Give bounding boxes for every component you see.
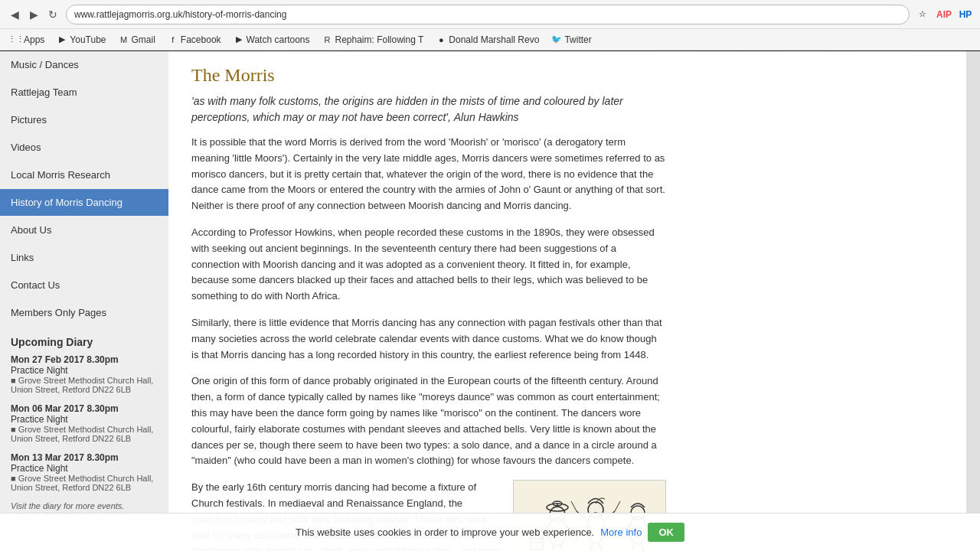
cookie-banner: This website uses cookies in order to im… bbox=[0, 513, 980, 551]
paragraph-4: One origin of this form of dance probabl… bbox=[191, 373, 666, 469]
diary-location-0: ■ Grove Street Methodist Church Hall, Un… bbox=[11, 376, 158, 394]
intro-quote: 'as with many folk customs, the origins … bbox=[191, 93, 666, 126]
bookmark-label-facebook: Facebook bbox=[181, 34, 221, 45]
bookmark-icon-twitter: 🐦 bbox=[551, 34, 562, 45]
scrollbar-area bbox=[966, 51, 980, 551]
bookmark-icon-youtube: ▶ bbox=[57, 34, 67, 45]
hp-button[interactable]: HP bbox=[957, 6, 974, 23]
refresh-button[interactable]: ↻ bbox=[44, 6, 61, 23]
diary-name-2: Practice Night bbox=[11, 463, 158, 474]
sidebar-item-links[interactable]: Links bbox=[0, 244, 168, 272]
sidebar-nav: Music / DancesRattlejag TeamPicturesVide… bbox=[0, 51, 168, 327]
bookmark-label-gmail: Gmail bbox=[132, 34, 155, 45]
bookmark-label-donald-marshall: Donald Marshall Revo bbox=[449, 34, 539, 45]
bookmark-icon-gmail: M bbox=[119, 34, 129, 45]
bookmark-icon-facebook: f bbox=[168, 34, 178, 45]
diary-more-text: Visit the diary for more events. bbox=[11, 501, 158, 510]
diary-event-1: Mon 06 Mar 2017 8.30pm Practice Night ■ … bbox=[11, 403, 158, 443]
sidebar-item-history-of-morris-dancing[interactable]: History of Morris Dancing bbox=[0, 189, 168, 217]
page-wrapper: Music / DancesRattlejag TeamPicturesVide… bbox=[0, 51, 980, 551]
paragraph-3: Similarly, there is little evidence that… bbox=[191, 315, 666, 363]
bookmark-apps[interactable]: ⋮⋮Apps bbox=[6, 33, 49, 47]
diary-date-0: Mon 27 Feb 2017 8.30pm bbox=[11, 354, 158, 365]
browser-chrome: ◀ ▶ ↻ www.rattlejagmorris.org.uk/history… bbox=[0, 0, 980, 51]
bookmark-watch-cartoons[interactable]: ▶Watch cartoons bbox=[229, 33, 315, 47]
paragraph-2: According to Professor Howkins, when peo… bbox=[191, 225, 666, 305]
cookie-text: This website uses cookies in order to im… bbox=[296, 527, 594, 538]
bookmark-label-watch-cartoons: Watch cartoons bbox=[247, 34, 310, 45]
diary-event-2: Mon 13 Mar 2017 8.30pm Practice Night ■ … bbox=[11, 452, 158, 492]
bookmark-youtube[interactable]: ▶YouTube bbox=[52, 33, 110, 47]
back-button[interactable]: ◀ bbox=[6, 6, 23, 23]
content-area[interactable]: The Morris 'as with many folk customs, t… bbox=[168, 51, 966, 551]
sidebar: Music / DancesRattlejag TeamPicturesVide… bbox=[0, 51, 168, 551]
bookmark-gmail[interactable]: MGmail bbox=[114, 33, 160, 47]
sidebar-item-rattlejag-team[interactable]: Rattlejag Team bbox=[0, 79, 168, 106]
bookmark-icon-rephaim: R bbox=[322, 34, 332, 45]
url-text: www.rattlejagmorris.org.uk/history-of-mo… bbox=[74, 9, 901, 20]
bookmark-rephaim[interactable]: RRephaim: Following T bbox=[317, 33, 428, 47]
page-title: The Morris bbox=[191, 51, 666, 93]
bookmarks-bar: ⋮⋮Apps▶YouTubeMGmailfFacebook▶Watch cart… bbox=[0, 29, 980, 51]
bookmark-label-apps: Apps bbox=[24, 34, 44, 45]
star-button[interactable]: ☆ bbox=[914, 6, 931, 23]
diary-location-2: ■ Grove Street Methodist Church Hall, Un… bbox=[11, 474, 158, 492]
bookmark-label-twitter: Twitter bbox=[564, 34, 591, 45]
bookmark-facebook[interactable]: fFacebook bbox=[163, 33, 226, 47]
address-bar[interactable]: www.rattlejagmorris.org.uk/history-of-mo… bbox=[66, 5, 910, 24]
diary-event-0: Mon 27 Feb 2017 8.30pm Practice Night ■ … bbox=[11, 354, 158, 394]
bookmark-label-youtube: YouTube bbox=[70, 34, 106, 45]
upcoming-diary: Upcoming Diary Mon 27 Feb 2017 8.30pm Pr… bbox=[0, 327, 168, 520]
diary-name-1: Practice Night bbox=[11, 414, 158, 425]
sidebar-item-members-only-pages[interactable]: Members Only Pages bbox=[0, 299, 168, 327]
browser-toolbar: ◀ ▶ ↻ www.rattlejagmorris.org.uk/history… bbox=[0, 0, 980, 29]
sidebar-item-pictures[interactable]: Pictures bbox=[0, 106, 168, 134]
paragraph-1: It is possible that the word Morris is d… bbox=[191, 135, 666, 214]
sidebar-item-about-us[interactable]: About Us bbox=[0, 217, 168, 244]
diary-name-0: Practice Night bbox=[11, 365, 158, 376]
sidebar-item-contact-us[interactable]: Contact Us bbox=[0, 272, 168, 299]
bookmark-donald-marshall[interactable]: ●Donald Marshall Revo bbox=[431, 33, 544, 47]
bookmark-label-rephaim: Rephaim: Following T bbox=[335, 34, 423, 45]
aip-button[interactable]: AIP bbox=[936, 6, 952, 23]
sidebar-item-music-dances[interactable]: Music / Dances bbox=[0, 51, 168, 79]
sidebar-item-local-morris-research[interactable]: Local Morris Research bbox=[0, 161, 168, 189]
cookie-ok-button[interactable]: OK bbox=[648, 523, 684, 542]
browser-icons: ☆ AIP HP bbox=[914, 6, 974, 23]
cookie-more-info-link[interactable]: More info bbox=[600, 527, 642, 538]
diary-title: Upcoming Diary bbox=[11, 336, 158, 348]
nav-buttons: ◀ ▶ ↻ bbox=[6, 6, 61, 23]
bookmark-icon-watch-cartoons: ▶ bbox=[234, 34, 244, 45]
diary-date-1: Mon 06 Mar 2017 8.30pm bbox=[11, 403, 158, 414]
quote-author: Alun Hawkins bbox=[454, 111, 519, 123]
quote-text: 'as with many folk customs, the origins … bbox=[191, 95, 623, 123]
diary-date-2: Mon 13 Mar 2017 8.30pm bbox=[11, 452, 158, 463]
bookmark-icon-apps: ⋮⋮ bbox=[11, 34, 21, 45]
bookmark-icon-donald-marshall: ● bbox=[436, 34, 446, 45]
sidebar-item-videos[interactable]: Videos bbox=[0, 134, 168, 161]
diary-location-1: ■ Grove Street Methodist Church Hall, Un… bbox=[11, 425, 158, 443]
forward-button[interactable]: ▶ bbox=[25, 6, 42, 23]
bookmark-twitter[interactable]: 🐦Twitter bbox=[547, 33, 596, 47]
content-inner: The Morris 'as with many folk customs, t… bbox=[191, 51, 666, 551]
